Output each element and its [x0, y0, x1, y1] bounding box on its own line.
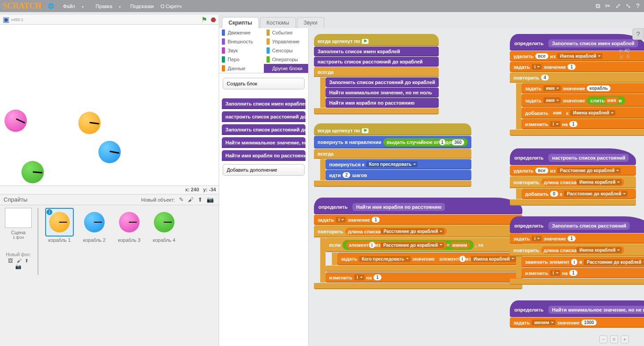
palette-block[interactable]: Заполнить список расстояний до ко: [222, 124, 305, 135]
zoom-reset-icon[interactable]: =: [610, 335, 618, 343]
sprite-ball-orange[interactable]: [78, 112, 101, 134]
palette-block[interactable]: Найти минимальное значение, но н: [222, 137, 305, 148]
cat-data[interactable]: Данные: [219, 64, 264, 73]
stage-header: ▣ v450.1 ⚑ ⬣: [0, 15, 219, 25]
green-flag-icon[interactable]: ⚑: [201, 16, 207, 24]
scratch-logo: SCRATCH: [3, 1, 42, 11]
bg-upload-icon[interactable]: ⬆: [25, 258, 29, 263]
cat-motion[interactable]: Движение: [219, 28, 264, 37]
script-6[interactable]: определить Заполнить список расстояний з…: [510, 216, 644, 285]
zoom-in-icon[interactable]: +: [621, 335, 629, 343]
sprite-panel-header: Спрайты Новый объект: ✎ 🖌 ⬆ 📷: [0, 194, 219, 205]
sprite-thumb-1[interactable]: i корабль 1: [42, 208, 77, 243]
sprite-ball-blue[interactable]: [98, 141, 121, 163]
new-sprite-upload-icon[interactable]: ⬆: [198, 196, 203, 203]
canvas-coords: x: 40y: -5: [619, 48, 630, 59]
cat-control[interactable]: Управление: [264, 37, 309, 46]
cat-sound[interactable]: Звук: [219, 46, 264, 55]
fullscreen-icon[interactable]: ▣: [3, 15, 9, 24]
menu-about[interactable]: О Скретч: [161, 4, 182, 9]
cat-more-blocks[interactable]: Другие блоки: [264, 64, 309, 73]
script-3[interactable]: определить Найти имя корабля по расстоян…: [314, 197, 522, 289]
palette-block[interactable]: Найти имя корабля по расстоянию: [222, 150, 305, 161]
cat-sensing[interactable]: Сенсоры: [264, 46, 309, 55]
cat-looks[interactable]: Внешность: [219, 37, 264, 46]
script-5[interactable]: определить настроить список расстояний у…: [510, 148, 636, 206]
tool-shrink-icon[interactable]: ⤡: [626, 2, 631, 9]
tool-help-icon[interactable]: ?: [636, 2, 640, 9]
sprites-label: Спрайты: [4, 196, 27, 203]
stage-label: Сцена: [3, 230, 34, 235]
tab-sounds[interactable]: Звуки: [297, 17, 324, 28]
tool-stamp-icon[interactable]: ⧉: [596, 2, 600, 9]
new-sprite-paint-icon[interactable]: 🖌: [188, 196, 194, 203]
help-panel-toggle-icon[interactable]: ?: [632, 28, 644, 40]
tab-costumes[interactable]: Костюмы: [260, 17, 296, 28]
sprite-thumb-2[interactable]: корабль 2: [77, 208, 112, 243]
green-flag-icon: ⚑: [362, 39, 369, 44]
menubar: SCRATCH 🌐 Файл ▾ Правка ▾ Подсказки О Ск…: [0, 0, 644, 12]
menu-edit[interactable]: Правка ▾: [93, 4, 123, 9]
cat-pen[interactable]: Перо: [219, 55, 264, 64]
sprite-ball-pink[interactable]: [4, 110, 27, 132]
cat-events[interactable]: События: [264, 28, 309, 37]
make-block-button[interactable]: Создать блок: [223, 78, 305, 89]
palette-block[interactable]: Заполнить список имен кораблей: [222, 98, 305, 109]
stage-thumbnail[interactable]: [5, 208, 32, 228]
tool-grow-icon[interactable]: ⤢: [615, 2, 621, 9]
sprite-thumb-3[interactable]: корабль 3: [112, 208, 147, 243]
bg-camera-icon[interactable]: 📷: [15, 264, 21, 269]
add-extension-button[interactable]: Добавить дополнение: [223, 164, 305, 176]
new-sprite-library-icon[interactable]: ✎: [179, 196, 184, 203]
stop-icon[interactable]: ⬣: [211, 16, 216, 23]
palette-block[interactable]: настроить список расстояний до ко: [222, 111, 305, 122]
cat-operators[interactable]: Операторы: [264, 55, 309, 64]
stage[interactable]: [0, 25, 219, 186]
script-1[interactable]: когда щелкнут по ⚑ Заполнить список имен…: [314, 34, 439, 114]
zoom-out-icon[interactable]: −: [599, 335, 607, 343]
script-7[interactable]: определить Найти минимальное значение, н…: [510, 300, 644, 328]
menu-file[interactable]: Файл ▾: [60, 4, 86, 9]
bg-paint-icon[interactable]: 🖌: [17, 258, 21, 263]
sprite-ball-green[interactable]: [21, 161, 44, 183]
version-label: v450.1: [11, 17, 23, 22]
tab-scripts[interactable]: Скрипты: [222, 17, 259, 28]
backdrop-count: 1 фон: [3, 235, 34, 240]
sprite-thumb-4[interactable]: корабль 4: [147, 208, 182, 243]
stage-coords: x: 240 y: -34: [0, 186, 219, 194]
green-flag-icon: ⚑: [362, 128, 369, 133]
sprite-info-icon[interactable]: i: [47, 209, 52, 215]
script-2[interactable]: когда щелкнут по ⚑ повернуть в направлен…: [314, 123, 471, 187]
globe-icon[interactable]: 🌐: [48, 3, 54, 9]
tool-cut-icon[interactable]: ✂: [605, 2, 610, 9]
new-sprite-label: Новый объект:: [141, 197, 175, 203]
menu-tips[interactable]: Подсказки: [130, 4, 154, 9]
bg-library-icon[interactable]: 🖼: [8, 258, 13, 263]
new-backdrop-label: Новый фон:: [3, 252, 34, 257]
new-sprite-camera-icon[interactable]: 📷: [207, 196, 214, 203]
script-canvas[interactable]: когда щелкнут по ⚑ Заполнить список имен…: [309, 28, 644, 346]
tab-bar: Скрипты Костюмы Звуки: [219, 15, 644, 28]
zoom-controls: − = +: [599, 335, 629, 343]
